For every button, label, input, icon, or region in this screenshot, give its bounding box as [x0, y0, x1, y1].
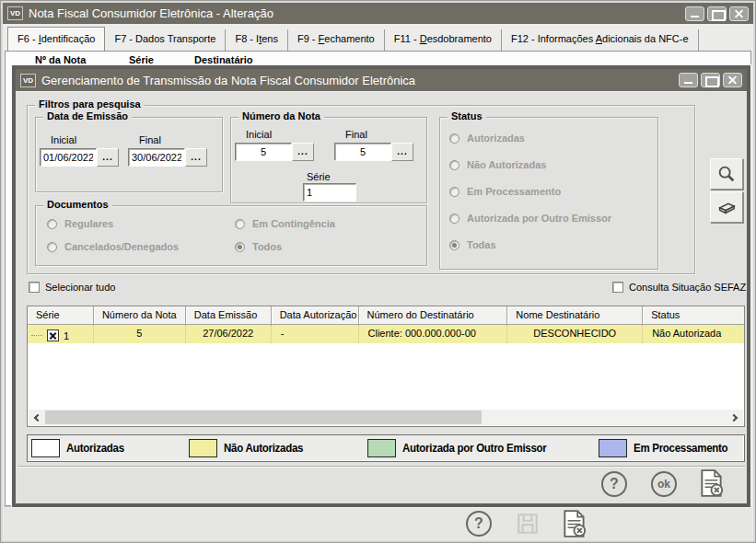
- legend-swatch-em-processamento: [599, 439, 627, 457]
- sefaz-checkbox[interactable]: Consulta Situação SEFAZ: [612, 282, 746, 293]
- legend-item-autorizadas: Autorizadas: [31, 439, 129, 457]
- notes-table: Série Número da Nota Data Emissão Data A…: [27, 306, 745, 427]
- cell-status[interactable]: Não Autorizada: [643, 325, 744, 343]
- radio-em-processamento: Em Processamento: [449, 186, 561, 197]
- tab-desdobramento[interactable]: F11 - Desdobramento: [385, 29, 502, 51]
- documentos-groupbox: Documentos Regulares Cancelados/Denegado…: [35, 205, 427, 266]
- cancel-document-button[interactable]: [562, 509, 587, 538]
- tab-bar: F6 - Identificação F7 - Dados Transporte…: [3, 24, 753, 51]
- header-data-emissao[interactable]: Data Emissão: [186, 306, 272, 325]
- horizontal-scrollbar[interactable]: [29, 410, 743, 425]
- serie-filter-label: Série: [307, 171, 331, 182]
- serie-filter-input[interactable]: [303, 183, 356, 202]
- radio-nao-autorizadas: Não Autorizadas: [449, 159, 546, 170]
- tab-dados-transporte[interactable]: F7 - Dados Transporte: [105, 29, 226, 51]
- dialog-minimize-icon[interactable]: [679, 73, 698, 87]
- close-icon[interactable]: [729, 6, 749, 21]
- numero-final-input[interactable]: [334, 143, 391, 161]
- header-nome-destinatario[interactable]: Nome Destinatário: [507, 306, 643, 325]
- dialog-cancel-document-button[interactable]: [699, 468, 725, 498]
- data-emissao-groupbox: Data de Emissão Inicial ... Final ...: [35, 117, 223, 192]
- documentos-group-label: Documentos: [43, 199, 112, 210]
- cell-serie[interactable]: 1: [28, 325, 94, 343]
- legend-item-nao-autorizadas: Não Autorizadas: [189, 439, 310, 457]
- dialog-title: Gerenciamento de Transmissão da Nota Fis…: [41, 74, 673, 87]
- numero-inicial-picker-button[interactable]: ...: [292, 143, 314, 161]
- header-numero-destinatario[interactable]: Número do Destinatário: [359, 306, 508, 325]
- clear-button[interactable]: [710, 191, 743, 223]
- dialog-body: Filtros para pesquisa Data de Emissão In…: [16, 91, 747, 503]
- cell-data-emissao[interactable]: 27/06/2022: [186, 325, 272, 343]
- radio-regulares: Regulares: [47, 218, 113, 229]
- cell-data-autorizacao[interactable]: -: [272, 325, 359, 343]
- tab-informacoes-adicionais[interactable]: F12 - Informações Adicionais da NFC-e: [502, 29, 699, 51]
- row-checkbox-checked-icon[interactable]: [47, 329, 59, 341]
- legend-swatch-nao-autorizadas: [189, 439, 217, 457]
- maximize-icon[interactable]: [707, 6, 727, 21]
- select-all-checkbox[interactable]: Selecionar tudo: [29, 282, 115, 293]
- data-emissao-label: Data de Emissão: [43, 110, 132, 121]
- data-final-input[interactable]: [128, 148, 185, 167]
- filters-group-label: Filtros para pesquisa: [35, 98, 145, 110]
- status-groupbox: Status Autorizadas Não Autorizadas Em Pr…: [439, 117, 658, 270]
- scrollbar-thumb[interactable]: [45, 410, 482, 424]
- numero-inicial-label: Inicial: [235, 129, 314, 140]
- radio-cancelados-denegados: Cancelados/Denegados: [47, 241, 179, 252]
- header-data-autorizacao[interactable]: Data Autorização: [272, 306, 359, 325]
- tab-fechamento[interactable]: F9 - Fechamento: [288, 29, 385, 51]
- legend-swatch-outro-emissor: [367, 439, 396, 457]
- select-all-checkbox-box[interactable]: [29, 282, 40, 293]
- filters-groupbox: Filtros para pesquisa Data de Emissão In…: [27, 105, 695, 274]
- data-final-label: Final: [128, 134, 207, 145]
- transmission-dialog: VD Gerenciamento de Transmissão da Nota …: [12, 65, 750, 507]
- radio-em-contingencia: Em Contingência: [235, 218, 335, 229]
- destinatario-label: Destinatário: [194, 54, 253, 65]
- eraser-icon: [716, 197, 737, 217]
- save-button: [516, 512, 540, 536]
- app-icon: VD: [7, 6, 23, 20]
- main-bottom-bar: ?: [4, 506, 752, 539]
- sefaz-label: Consulta Situação SEFAZ: [629, 282, 746, 293]
- scroll-right-icon[interactable]: [727, 410, 743, 425]
- header-status[interactable]: Status: [643, 306, 744, 325]
- numero-nota-groupbox: Número da Nota Inicial ... Final ...: [230, 117, 427, 203]
- legend-item-outro-emissor: Autorizada por Outro Emissor: [367, 439, 559, 457]
- cell-nome-destinatario[interactable]: DESCONHECIDO: [507, 325, 643, 343]
- cancel-document-icon: [562, 509, 587, 538]
- application-window: VD Nota Fiscal Consumidor Eletrônica - A…: [0, 0, 756, 543]
- status-group-label: Status: [448, 110, 486, 121]
- dialog-footer-separator: [17, 466, 745, 468]
- select-all-label: Selecionar tudo: [45, 282, 115, 293]
- serie-label: Série: [129, 54, 154, 65]
- status-legend: Autorizadas Não Autorizadas Autorizada p…: [27, 434, 745, 462]
- data-inicial-picker-button[interactable]: ...: [97, 148, 119, 167]
- header-serie[interactable]: Série: [28, 306, 94, 325]
- data-inicial-input[interactable]: [40, 148, 97, 167]
- main-window-title: Nota Fiscal Consumidor Eletrônica - Alte…: [29, 6, 680, 20]
- tree-expander-icon: [31, 335, 42, 336]
- table-row[interactable]: 1 5 27/06/2022 - Cliente: 000.000.000-00…: [28, 325, 744, 343]
- cell-numero[interactable]: 5: [94, 325, 186, 343]
- tab-itens[interactable]: F8 - Itens: [226, 29, 287, 51]
- dialog-help-button[interactable]: ?: [601, 471, 627, 497]
- data-final-picker-button[interactable]: ...: [185, 148, 207, 167]
- save-icon: [516, 512, 540, 536]
- dialog-titlebar: VD Gerenciamento de Transmissão da Nota …: [16, 69, 747, 91]
- tab-identificacao[interactable]: F6 - Identificação: [7, 27, 105, 51]
- radio-todas: Todas: [449, 239, 496, 250]
- legend-swatch-autorizadas: [31, 439, 60, 457]
- header-numero-nota[interactable]: Número da Nota: [94, 306, 186, 325]
- dialog-maximize-icon[interactable]: [701, 73, 720, 87]
- numero-final-picker-button[interactable]: ...: [391, 143, 413, 161]
- sefaz-checkbox-box[interactable]: [612, 282, 623, 293]
- dialog-ok-button[interactable]: ok: [651, 471, 677, 497]
- dialog-close-icon[interactable]: [723, 73, 742, 87]
- numero-inicial-input[interactable]: [235, 143, 292, 161]
- search-button[interactable]: [710, 158, 743, 190]
- main-titlebar: VD Nota Fiscal Consumidor Eletrônica - A…: [3, 3, 753, 24]
- scroll-left-icon[interactable]: [29, 410, 44, 425]
- minimize-icon[interactable]: [685, 6, 704, 21]
- cell-numero-destinatario[interactable]: Cliente: 000.000.000-00: [359, 325, 508, 343]
- help-button[interactable]: ?: [466, 511, 492, 537]
- radio-autorizada-outro-emissor: Autorizada por Outro Emissor: [449, 213, 611, 224]
